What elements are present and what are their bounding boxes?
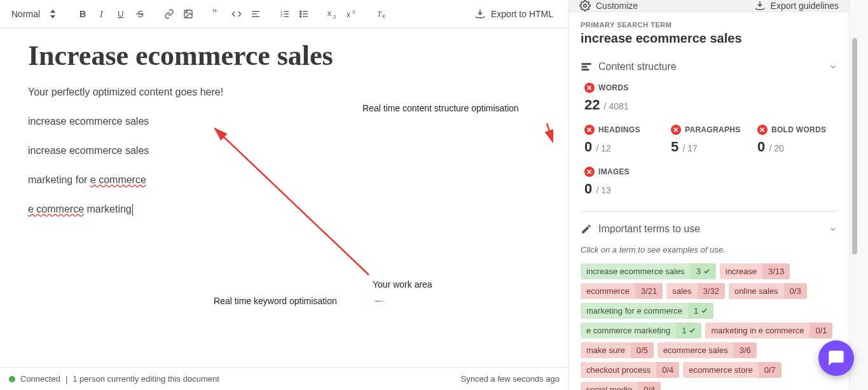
svg-point-32 — [584, 4, 587, 8]
term-chip[interactable]: online sales0/3 — [729, 283, 807, 299]
dropdown-icon — [50, 10, 56, 18]
align-button[interactable] — [247, 5, 265, 23]
status-editing: 1 person currently editing this document — [72, 374, 219, 384]
term-chip[interactable]: e commerce marketing1 — [581, 323, 701, 338]
svg-text:B: B — [79, 10, 86, 18]
term-chip[interactable]: increase3/13 — [720, 263, 790, 279]
customize-label: Customize — [596, 1, 638, 11]
section-content-structure[interactable]: Content structure — [581, 61, 837, 73]
code-button[interactable] — [228, 5, 245, 23]
error-icon: ✕ — [757, 125, 768, 135]
term-chip[interactable]: sales3/32 — [666, 283, 725, 299]
chevron-down-icon — [829, 62, 837, 71]
chat-fab[interactable] — [818, 340, 854, 376]
svg-text:": " — [212, 9, 217, 19]
bullet-list-button[interactable] — [295, 5, 313, 23]
error-icon: ✕ — [584, 83, 595, 93]
svg-rect-34 — [582, 66, 588, 68]
metric-words: ✕WORDS 22 / 4081 — [584, 83, 837, 113]
term-chip[interactable]: ecommerce sales3/6 — [658, 342, 757, 358]
gear-icon — [579, 0, 591, 11]
export-html-button[interactable]: Export to HTML — [464, 5, 563, 23]
term-chip[interactable]: ecommerce3/21 — [581, 283, 663, 299]
scrollbar-thumb[interactable] — [852, 38, 857, 254]
minimap-gutter — [849, 0, 868, 390]
quote-button[interactable]: " — [209, 5, 226, 23]
format-select-label: Normal — [11, 9, 40, 19]
svg-point-6 — [186, 11, 188, 13]
term-chip[interactable]: increase ecommerce sales3 — [581, 263, 716, 279]
subscript-button[interactable]: x2 — [324, 5, 342, 23]
status-synced: Synced a few seconds ago — [461, 374, 560, 384]
svg-text:x: x — [347, 10, 350, 19]
connection-dot-icon — [9, 376, 15, 382]
term-chip[interactable]: make sure0/5 — [581, 342, 654, 358]
terms-container: increase ecommerce sales3 increase3/13ec… — [581, 263, 837, 390]
svg-text:U: U — [118, 10, 123, 18]
svg-rect-33 — [582, 63, 591, 65]
editor-area[interactable]: Increase ecommerce sales Your perfectly … — [0, 28, 568, 367]
editor-toolbar: Normal B I U S " 123 x2 x2 Tx — [0, 0, 568, 28]
term-chip[interactable]: checkout process0/4 — [581, 362, 679, 378]
svg-line-30 — [215, 129, 369, 275]
metric-images: ✕IMAGES 0 / 13 — [584, 167, 665, 197]
term-chip[interactable]: ecommerce store0/7 — [683, 362, 782, 378]
svg-point-22 — [300, 16, 301, 17]
svg-text:2: 2 — [352, 9, 355, 15]
svg-point-21 — [300, 13, 301, 15]
pen-icon — [581, 223, 592, 235]
format-select[interactable]: Normal — [5, 5, 62, 23]
clear-format-button[interactable]: Tx — [373, 5, 390, 23]
ordered-list-button[interactable]: 123 — [276, 5, 294, 23]
document-title[interactable]: Increase ecommerce sales — [28, 39, 541, 72]
error-icon: ✕ — [584, 125, 595, 135]
export-icon — [474, 8, 486, 20]
annotation-keyword: Real time keyword optimisation — [214, 296, 337, 306]
underline-button[interactable]: U — [112, 5, 130, 23]
term-chip[interactable]: marketing for e commerce1 — [581, 303, 713, 319]
term-chip[interactable]: social media0/4 — [581, 382, 661, 390]
bold-button[interactable]: B — [74, 5, 92, 23]
primary-term-label: PRIMARY SEARCH TERM — [581, 21, 837, 29]
chat-icon — [827, 349, 845, 367]
italic-button[interactable]: I — [93, 5, 111, 23]
svg-text:2: 2 — [333, 14, 336, 19]
status-bar: Connected | 1 person currently editing t… — [0, 367, 568, 390]
error-icon: ✕ — [671, 125, 681, 135]
export-guidelines-label: Export guidelines — [771, 1, 839, 11]
svg-text:I: I — [99, 10, 104, 18]
annotation-structure: Real time content structure optimisation — [362, 103, 519, 113]
structure-icon — [581, 61, 592, 73]
metric-bold: ✕BOLD WORDS 0 / 20 — [757, 125, 837, 155]
terms-hint: Click on a term to see examples of use. — [581, 245, 837, 254]
export-label: Export to HTML — [491, 9, 553, 19]
svg-line-29 — [547, 123, 553, 143]
strike-button[interactable]: S — [131, 5, 149, 23]
term-chip[interactable]: marketing in e commerce0/1 — [705, 323, 832, 338]
svg-text:3: 3 — [280, 15, 282, 18]
editor-placeholder: Your perfectly optimized content goes he… — [28, 85, 541, 100]
annotation-arrow — [210, 111, 553, 302]
metric-paragraphs: ✕PARAGRAPHS 5 / 17 — [671, 125, 751, 155]
annotation-workarea: Your work area — [373, 279, 432, 289]
superscript-button[interactable]: x2 — [343, 5, 361, 23]
svg-text:T: T — [377, 9, 382, 18]
metric-headings: ✕HEADINGS 0 / 12 — [584, 125, 665, 155]
svg-text:x: x — [382, 13, 385, 19]
customize-button[interactable]: Customize — [579, 0, 638, 11]
chevron-down-icon — [829, 225, 837, 233]
error-icon: ✕ — [584, 167, 595, 177]
link-button[interactable] — [160, 5, 178, 23]
export-guidelines-button[interactable]: Export guidelines — [754, 0, 839, 11]
svg-text:x: x — [327, 9, 331, 18]
image-button[interactable] — [179, 5, 197, 23]
svg-point-20 — [300, 11, 301, 12]
svg-rect-35 — [582, 69, 589, 71]
export-icon — [754, 0, 766, 11]
sidebar: Customize Export guidelines PRIMARY SEAR… — [569, 0, 849, 390]
primary-term-value: increase ecommerce sales — [581, 31, 837, 46]
status-connected: Connected — [20, 374, 60, 384]
section-important-terms[interactable]: Important terms to use — [581, 223, 837, 235]
